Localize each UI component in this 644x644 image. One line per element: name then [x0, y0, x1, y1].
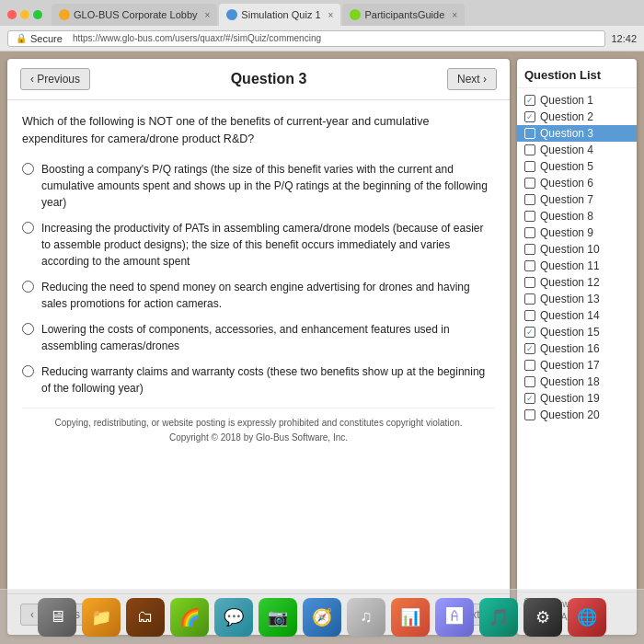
q-checkbox-4: [524, 144, 535, 155]
q-item-18[interactable]: Question 18: [517, 374, 637, 390]
q-checkbox-16: [524, 343, 535, 354]
q-label-6: Question 6: [540, 177, 593, 190]
q-item-11[interactable]: Question 11: [517, 258, 637, 274]
q-checkbox-15: [524, 327, 535, 338]
quiz-panel: ‹ Previous Question 3 Next › Which of th…: [7, 59, 510, 635]
tab-label-tab2: Simulation Quiz 1: [241, 9, 320, 20]
browser-tab-tab2[interactable]: Simulation Quiz 1×: [219, 4, 340, 26]
q-label-10: Question 10: [540, 243, 600, 256]
tab-close-tab2[interactable]: ×: [328, 10, 334, 20]
q-item-7[interactable]: Question 7: [517, 191, 637, 208]
tab-close-tab3[interactable]: ×: [452, 10, 457, 20]
q-checkbox-9: [524, 227, 535, 238]
quiz-header: ‹ Previous Question 3 Next ›: [7, 59, 510, 100]
dock-item-app[interactable]: 🅰: [435, 598, 474, 637]
maximize-dot[interactable]: [33, 10, 42, 19]
answer-option-E[interactable]: Reducing warranty claims and warranty co…: [22, 363, 495, 397]
dock-item-photos[interactable]: 🌈: [170, 598, 209, 637]
answer-option-C[interactable]: Reducing the need to spend money on sear…: [22, 279, 495, 312]
option-text-A: Boosting a company's P/Q ratings (the si…: [41, 161, 495, 211]
time-display: 12:42: [611, 33, 637, 44]
minimize-dot[interactable]: [20, 10, 29, 19]
q-checkbox-1: [524, 95, 535, 106]
main-content: ‹ Previous Question 3 Next › Which of th…: [0, 52, 644, 642]
q-item-4[interactable]: Question 4: [517, 142, 637, 158]
dock: 🖥 📁 🗂 🌈 💬 📷 🧭 ♫ 📊 🅰 🎵 ⚙ 🌐: [0, 589, 644, 644]
q-label-7: Question 7: [540, 193, 593, 206]
dock-item-music[interactable]: ♫: [347, 598, 385, 637]
prev-button-top[interactable]: ‹ Previous: [20, 68, 90, 90]
q-label-17: Question 17: [540, 359, 600, 372]
question-text: Which of the following is NOT one of the…: [22, 113, 495, 148]
q-label-15: Question 15: [540, 326, 600, 339]
q-item-13[interactable]: Question 13: [517, 291, 637, 307]
q-item-9[interactable]: Question 9: [517, 224, 637, 241]
browser-tabs: GLO-BUS Corporate Lobby×Simulation Quiz …: [0, 0, 644, 26]
tab-label-tab3: ParticipantsGuide: [364, 9, 444, 20]
dock-item-messages[interactable]: 💬: [214, 598, 253, 637]
dock-item-2[interactable]: 🗂: [126, 598, 165, 637]
tab-icon-tab2: [226, 9, 237, 20]
q-item-12[interactable]: Question 12: [517, 274, 637, 291]
address-url: https://www.glo-bus.com/users/quaxr/#/si…: [73, 33, 321, 43]
q-item-10[interactable]: Question 10: [517, 241, 637, 258]
answer-option-A[interactable]: Boosting a company's P/Q ratings (the si…: [22, 161, 495, 211]
dock-item-facetime[interactable]: 📷: [259, 598, 297, 637]
q-label-11: Question 11: [540, 259, 600, 272]
q-item-14[interactable]: Question 14: [517, 307, 637, 324]
browser-toolbar: 🔒 Secure https://www.glo-bus.com/users/q…: [0, 26, 644, 52]
dock-item-charts[interactable]: 📊: [391, 598, 430, 637]
q-label-5: Question 5: [540, 160, 593, 173]
q-label-18: Question 18: [540, 375, 600, 388]
close-dot[interactable]: [7, 10, 17, 19]
q-item-20[interactable]: Question 20: [517, 407, 637, 423]
q-checkbox-14: [524, 310, 535, 321]
tab-icon-tab1: [59, 9, 70, 20]
q-item-17[interactable]: Question 17: [517, 357, 637, 374]
q-item-1[interactable]: Question 1: [517, 92, 637, 109]
radio-A[interactable]: [22, 163, 34, 175]
q-checkbox-2: [524, 111, 535, 122]
dock-item-chrome[interactable]: 🌐: [568, 598, 606, 637]
q-item-5[interactable]: Question 5: [517, 158, 637, 175]
radio-E[interactable]: [22, 365, 34, 377]
radio-C[interactable]: [22, 281, 34, 293]
dock-finder[interactable]: 🖥: [38, 598, 76, 637]
q-checkbox-10: [524, 244, 535, 255]
q-checkbox-13: [524, 293, 535, 305]
q-label-19: Question 19: [540, 392, 600, 405]
q-label-8: Question 8: [540, 210, 593, 223]
q-label-12: Question 12: [540, 276, 600, 289]
browser-tab-tab1[interactable]: GLO-BUS Corporate Lobby×: [52, 4, 217, 26]
q-checkbox-6: [524, 178, 535, 189]
question-list-panel: Question List Question 1Question 2Questi…: [517, 59, 637, 635]
dock-item-dark[interactable]: ⚙: [523, 598, 562, 637]
tab-icon-tab3: [350, 9, 361, 20]
dock-item-orange[interactable]: 📁: [82, 598, 121, 637]
q-item-2[interactable]: Question 2: [517, 109, 637, 125]
q-label-3: Question 3: [540, 127, 593, 140]
address-bar[interactable]: 🔒 Secure https://www.glo-bus.com/users/q…: [7, 30, 605, 47]
next-button-top[interactable]: Next ›: [447, 68, 497, 90]
q-checkbox-19: [524, 393, 535, 404]
answer-option-D[interactable]: Lowering the costs of components, access…: [22, 321, 495, 354]
q-item-6[interactable]: Question 6: [517, 175, 637, 191]
tab-label-tab1: GLO-BUS Corporate Lobby: [74, 9, 198, 20]
option-text-C: Reducing the need to spend money on sear…: [41, 279, 495, 312]
browser-tab-tab3[interactable]: ParticipantsGuide×: [342, 4, 465, 26]
q-item-3[interactable]: Question 3: [517, 125, 637, 142]
dock-item-spotify[interactable]: 🎵: [479, 598, 518, 637]
q-checkbox-18: [524, 376, 535, 387]
q-item-15[interactable]: Question 15: [517, 324, 637, 340]
q-checkbox-5: [524, 161, 535, 172]
q-label-13: Question 13: [540, 293, 600, 305]
q-checkbox-7: [524, 194, 535, 205]
radio-B[interactable]: [22, 222, 34, 234]
q-item-19[interactable]: Question 19: [517, 390, 637, 407]
answer-option-B[interactable]: Increasing the productivity of PATs in a…: [22, 220, 495, 270]
dock-item-safari[interactable]: 🧭: [303, 598, 341, 637]
q-item-16[interactable]: Question 16: [517, 340, 637, 357]
radio-D[interactable]: [22, 323, 34, 335]
tab-close-tab1[interactable]: ×: [205, 10, 211, 20]
q-item-8[interactable]: Question 8: [517, 208, 637, 224]
